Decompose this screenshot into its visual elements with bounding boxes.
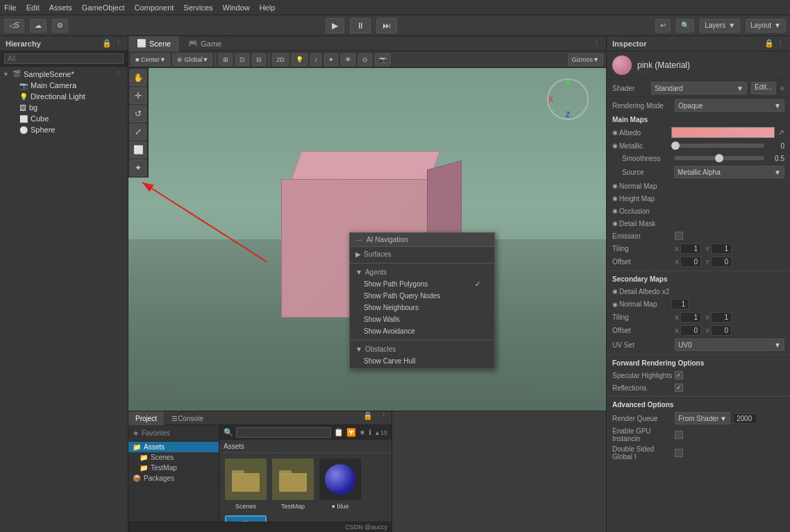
play-button[interactable]: ▶ xyxy=(326,18,344,33)
sec-offset-x-input[interactable] xyxy=(680,325,701,336)
show-neighbours-item[interactable]: Show Neighbours xyxy=(350,302,494,314)
menu-gameobject[interactable]: GameObject xyxy=(82,3,125,12)
tree-context-icon[interactable]: ⋮ xyxy=(115,69,122,78)
center-dropdown[interactable]: ■ Center ▼ xyxy=(131,53,170,66)
show-carve-hull-item[interactable]: Show Carve Hull xyxy=(350,355,494,367)
hierarchy-menu-icon[interactable]: ⋮ xyxy=(115,39,122,48)
tiling-x-input[interactable] xyxy=(680,243,701,254)
menu-assets[interactable]: Assets xyxy=(49,3,72,12)
hierarchy-lock-icon[interactable]: 🔒 xyxy=(102,39,112,48)
tab-scene[interactable]: ⬜ Scene xyxy=(128,36,180,51)
ai-nav-obstacles-toggle[interactable]: ▼ Obstacles xyxy=(350,343,494,355)
info-icon[interactable]: ℹ xyxy=(369,428,371,437)
shader-menu-icon[interactable]: ≡ xyxy=(780,84,784,92)
tree-item-cube[interactable]: ⬜ Cube xyxy=(0,113,128,124)
specular-highlights-checkbox[interactable] xyxy=(675,371,683,379)
bottom-menu-icon[interactable]: ⋮ xyxy=(376,411,392,424)
toolbar-settings-btn[interactable]: ⚙ xyxy=(52,19,68,33)
tree-item-sphere[interactable]: ⚪ Sphere xyxy=(0,124,128,135)
hand-tool-btn[interactable]: ✋ xyxy=(130,69,146,86)
smoothness-slider-thumb[interactable] xyxy=(715,154,723,162)
reflections-checkbox[interactable] xyxy=(675,384,683,392)
asset-scenes[interactable]: Scenes xyxy=(225,458,267,510)
tree-item-directionallight[interactable]: 💡 Directional Light xyxy=(0,91,128,102)
tree-item-maincamera[interactable]: 📷 Main Camera xyxy=(0,80,128,91)
smoothness-slider[interactable] xyxy=(674,156,764,160)
gizmos-btn[interactable]: Gizmos ▼ xyxy=(568,53,603,66)
shader-edit-btn[interactable]: Edit... xyxy=(751,82,776,94)
pause-button[interactable]: ⏸ xyxy=(350,18,371,33)
albedo-color-swatch[interactable] xyxy=(671,127,775,138)
menu-component[interactable]: Component xyxy=(134,3,174,12)
render-btn[interactable]: 📷 xyxy=(375,53,391,66)
viewport[interactable]: ✋ ✛ ↺ ⤢ ⬜ ✦ xyxy=(128,68,606,411)
sec-tiling-x-input[interactable] xyxy=(680,312,701,323)
layers-dropdown[interactable]: Layers ▼ xyxy=(700,19,740,33)
toolbar-back-btn[interactable]: ◁S xyxy=(4,19,24,33)
filter-icon[interactable]: 🔽 xyxy=(346,428,356,437)
tiling-y-input[interactable] xyxy=(711,243,732,254)
show-walls-item[interactable]: Show Walls xyxy=(350,314,494,325)
asset-testmap[interactable]: TestMap xyxy=(272,458,314,510)
asset-blue[interactable]: ● blue xyxy=(319,458,361,510)
step-button[interactable]: ⏭ xyxy=(376,18,397,33)
rotate-tool-btn[interactable]: ↺ xyxy=(130,105,146,122)
show-path-polygons-item[interactable]: Show Path Polygons ✓ xyxy=(350,278,494,290)
grid-btn[interactable]: ⊞ xyxy=(219,53,233,66)
offset-y-input[interactable] xyxy=(711,257,732,267)
gpu-instancing-checkbox[interactable] xyxy=(675,431,683,439)
undo-btn[interactable]: ↩ xyxy=(655,19,671,33)
source-dropdown[interactable]: Metallic Alpha ▼ xyxy=(674,166,784,178)
scale-tool-btn[interactable]: ⤢ xyxy=(130,123,146,140)
double-sided-checkbox[interactable] xyxy=(675,449,683,457)
bottom-lock-icon[interactable]: 🔒 xyxy=(360,411,376,424)
star-icon[interactable]: ★ xyxy=(359,428,366,437)
render-queue-input[interactable] xyxy=(733,413,757,424)
sec-tiling-y-input[interactable] xyxy=(711,312,732,323)
move-tool-btn[interactable]: ✛ xyxy=(130,87,146,104)
align-btn[interactable]: ⊟ xyxy=(252,53,266,66)
navigation-gizmo[interactable]: X Y Z xyxy=(544,75,592,123)
tab-console[interactable]: ☰ Console xyxy=(165,411,211,425)
rect-tool-btn[interactable]: ⬜ xyxy=(130,141,146,158)
metallic-slider[interactable] xyxy=(671,144,764,148)
sidebar-assets-item[interactable]: 📁 Assets xyxy=(128,442,219,452)
2d-btn[interactable]: 2D xyxy=(272,53,289,66)
metallic-slider-thumb[interactable] xyxy=(671,141,680,150)
inspector-menu-icon[interactable]: ⋮ xyxy=(777,39,784,48)
menu-services[interactable]: Services xyxy=(183,3,212,12)
inspector-lock-icon[interactable]: 🔒 xyxy=(764,39,774,48)
tree-item-samplescene[interactable]: ▼ 🎬 SampleScene* ⋮ xyxy=(0,68,128,80)
sec-normal-input[interactable] xyxy=(671,299,689,309)
albedo-expand-icon[interactable]: ↗ xyxy=(778,128,784,137)
menu-help[interactable]: Help xyxy=(260,3,276,12)
audio-btn[interactable]: ♪ xyxy=(310,53,322,66)
offset-x-input[interactable] xyxy=(680,257,701,267)
show-path-query-nodes-item[interactable]: Show Path Query Nodes xyxy=(350,290,494,302)
light-btn[interactable]: 💡 xyxy=(292,53,308,66)
asset-pink[interactable]: ● pink xyxy=(225,515,267,522)
toolbar-cloud-btn[interactable]: ☁ xyxy=(30,19,47,33)
menu-window[interactable]: Window xyxy=(223,3,250,12)
transform-tool-btn[interactable]: ✦ xyxy=(130,160,146,176)
rendering-mode-dropdown[interactable]: Opaque ▼ xyxy=(675,99,784,112)
render-queue-dropdown[interactable]: From Shader ▼ xyxy=(675,412,730,424)
hierarchy-search-input[interactable] xyxy=(4,53,124,64)
shader-dropdown[interactable]: Standard ▼ xyxy=(651,82,747,94)
sidebar-testmap-item[interactable]: 📁 TestMap xyxy=(128,463,219,473)
ai-nav-agents-toggle[interactable]: ▼ Agents xyxy=(350,266,494,278)
hidden-btn[interactable]: ⊙ xyxy=(358,53,372,66)
search-btn[interactable]: 🔍 xyxy=(676,19,694,33)
snap-btn[interactable]: ⊡ xyxy=(235,53,249,66)
sec-offset-y-input[interactable] xyxy=(711,325,732,336)
camera-view-btn[interactable]: 👁 xyxy=(341,53,355,66)
scene-menu-icon[interactable]: ⋮ xyxy=(587,39,606,48)
tab-game[interactable]: 🎮 Game xyxy=(180,36,230,51)
ai-nav-surfaces-toggle[interactable]: ▶ Surfaces xyxy=(350,248,494,260)
tab-project[interactable]: Project xyxy=(128,411,165,425)
menu-edit[interactable]: Edit xyxy=(26,3,40,12)
tree-item-bg[interactable]: 🖼 bg xyxy=(0,102,128,113)
create-icon[interactable]: 📋 xyxy=(334,428,344,437)
sidebar-scenes-item[interactable]: 📁 Scenes xyxy=(128,452,219,463)
sidebar-packages-item[interactable]: 📦 Packages xyxy=(128,473,219,483)
